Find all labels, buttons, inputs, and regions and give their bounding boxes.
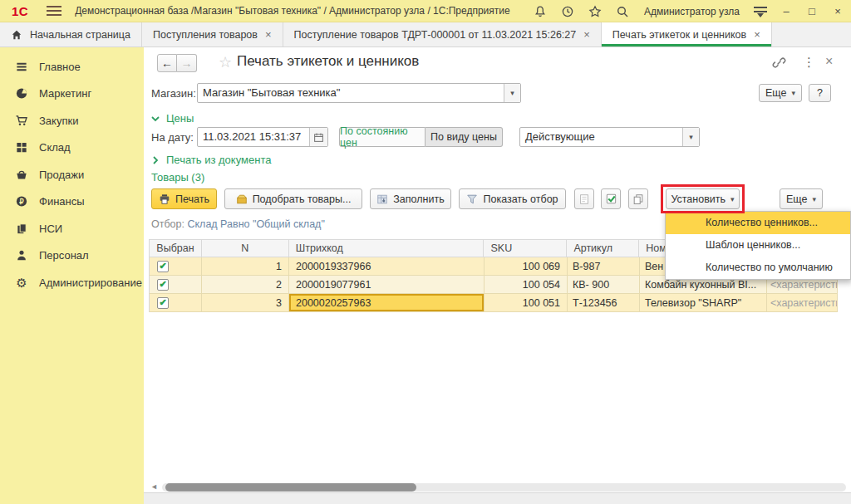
tab-label: Поступление товаров ТДРТ-000001 от 11.03… [294,29,577,41]
sidebar-item-personnel[interactable]: Персонал [0,242,144,270]
store-value: Магазин "Бытовая техника" [198,84,504,102]
docs-icon [15,223,28,235]
copy-button[interactable] [628,188,648,209]
cell-article[interactable]: В-987 [568,257,640,276]
toggle-by-price-state[interactable]: По состоянию цен [339,127,426,147]
cell-barcode[interactable]: 2000019337966 [289,257,485,276]
back-button[interactable]: ← [157,54,177,72]
cell-article[interactable]: Т-123456 [568,294,640,312]
minimize-button[interactable]: – [780,5,793,17]
section-prices[interactable]: Цены [151,112,194,125]
history-icon[interactable] [560,4,575,19]
check-all-button[interactable] [601,188,621,209]
window-close-button[interactable]: × [831,5,844,17]
horizontal-scrollbar-thumb[interactable] [165,483,416,492]
cell-sku[interactable]: 100 069 [485,257,568,276]
menu-item-price-tag-template[interactable]: Шаблон ценников... [666,234,850,257]
section-print-from-document[interactable]: Печать из документа [151,154,271,166]
get-link-icon[interactable] [772,56,786,70]
cell-sku[interactable]: 100 054 [485,276,568,294]
menu-lines-icon [15,61,28,73]
tab-close-icon[interactable]: × [583,28,590,41]
show-filter-button[interactable]: Показать отбор [459,188,566,209]
search-icon[interactable] [615,4,630,19]
column-header-barcode[interactable]: Штрихкод [289,239,485,257]
fill-button[interactable]: Заполнить [370,188,451,209]
menu-item-price-tag-quantity[interactable]: Количество ценников... [666,212,850,234]
set-button[interactable]: Установить ▾ [666,188,740,209]
tab-goods-receipt-document[interactable]: Поступление товаров ТДРТ-000001 от 11.03… [283,22,602,46]
column-header-sku[interactable]: SKU [484,239,567,257]
notifications-bell-icon[interactable] [533,4,548,19]
more-button-top[interactable]: Еще ▾ [759,84,802,102]
cell-article[interactable]: КВ- 900 [568,276,640,294]
menu-item-default-quantity[interactable]: Количество по умолчанию [666,257,850,279]
sidebar: Главное Маркетинг Закупки Склад Продажи … [0,47,144,504]
sidebar-item-master-data[interactable]: НСИ [0,215,144,242]
cell-n[interactable]: 2 [202,276,289,294]
cell-barcode-selected[interactable]: 2000020257963 [289,294,485,312]
chevron-down-icon[interactable]: ▾ [682,128,699,146]
cell-n[interactable]: 1 [202,257,289,276]
column-header-article[interactable]: Артикул [567,239,639,257]
sidebar-item-main[interactable]: Главное [0,53,144,81]
sidebar-item-purchases[interactable]: Закупки [0,107,144,135]
column-header-n[interactable]: N [202,239,289,257]
chevron-down-icon: ▾ [791,89,795,97]
tab-close-icon[interactable]: × [754,28,760,41]
home-icon [11,29,22,41]
cell-barcode[interactable]: 2000019077961 [289,276,485,294]
row-checkbox[interactable]: ✔ [157,297,169,309]
sidebar-item-warehouse[interactable]: Склад [0,135,144,162]
copy-icon [632,193,644,205]
toggle-by-price-kind[interactable]: По виду цены [426,127,503,147]
favorites-star-icon[interactable] [588,4,603,19]
more-button-toolbar[interactable]: Еще ▾ [780,188,823,209]
row-checkbox[interactable]: ✔ [157,261,169,272]
current-user[interactable]: Администратор узла [644,6,740,17]
sidebar-item-finance[interactable]: ₽ Финансы [0,188,144,216]
price-kind-combobox[interactable]: Действующие ▾ [519,127,700,147]
forward-button[interactable]: → [177,54,197,72]
column-header-checked[interactable]: Выбран [149,239,202,257]
tab-home[interactable]: Начальная страница [0,22,142,46]
basket-icon [15,169,28,181]
chevron-down-icon[interactable]: ▾ [504,84,520,102]
date-field[interactable]: 11.03.2021 15:31:37 [197,127,328,147]
filter-label: Отбор: [151,218,184,230]
set-dropdown-menu: Количество ценников... Шаблон ценников..… [665,211,851,280]
sidebar-item-sales[interactable]: Продажи [0,161,144,188]
pick-goods-button[interactable]: Подобрать товары... [224,188,362,209]
favorite-star-icon[interactable]: ☆ [219,53,232,71]
form-close-icon[interactable]: × [825,54,833,69]
page-settings-button[interactable] [574,188,594,209]
sidebar-item-marketing[interactable]: Маркетинг [0,81,144,108]
scroll-left-arrow-icon[interactable]: ◄ [150,482,158,491]
sidebar-item-administration[interactable]: ⚙ Администрирование [0,269,144,296]
cell-name[interactable]: Телевизор "SHARP" [640,294,767,312]
cell-sku[interactable]: 100 051 [485,294,568,312]
kebab-menu-icon[interactable]: ⋮ [803,55,815,70]
form-print-labels: ← → ☆ Печать этикеток и ценников ⋮ × Маг… [144,47,851,504]
cart-icon [15,115,28,127]
cell-characteristic[interactable]: <характеристика> [767,294,838,312]
tab-goods-receipts[interactable]: Поступления товаров × [142,22,283,46]
main-menu-icon[interactable] [47,6,61,16]
page-icon [578,193,590,205]
date-value: 11.03.2021 15:31:37 [198,128,309,146]
row-checkbox[interactable]: ✔ [157,279,169,291]
history-nav: ← → [157,54,197,72]
cell-checked: ✔ [149,257,202,276]
print-button[interactable]: Печать [151,188,217,209]
cell-n[interactable]: 3 [202,294,289,312]
chevron-down-icon [151,115,160,123]
store-combobox[interactable]: Магазин "Бытовая техника" ▾ [197,83,521,103]
tab-close-icon[interactable]: × [265,28,272,41]
calendar-icon[interactable] [309,128,327,146]
maximize-button[interactable]: □ [805,5,819,17]
service-menu-icon[interactable] [754,6,767,17]
table-row[interactable]: ✔ 3 2000020257963 100 051 Т-123456 Телев… [149,294,851,312]
1c-logo[interactable]: 1С [12,4,28,18]
help-button[interactable]: ? [809,84,831,102]
tab-print-labels[interactable]: Печать этикеток и ценников × [602,22,772,46]
